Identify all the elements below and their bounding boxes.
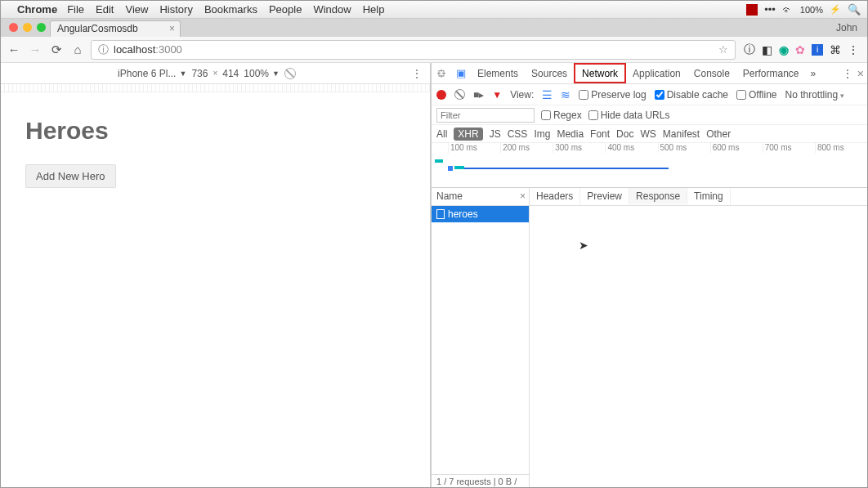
minimize-window-icon[interactable] — [23, 23, 32, 32]
spotlight-icon[interactable]: 🔍 — [848, 3, 861, 16]
reload-button[interactable]: ⟳ — [48, 43, 65, 57]
type-media[interactable]: Media — [557, 128, 584, 140]
waterfall — [432, 158, 867, 184]
mac-menu-bar: Chrome File Edit View History Bookmarks … — [1, 1, 867, 19]
device-width[interactable]: 736 — [191, 68, 208, 79]
ext-eye-icon[interactable]: ⌘ — [830, 43, 841, 56]
preserve-log-checkbox[interactable]: Preserve log — [579, 89, 646, 101]
device-height[interactable]: 414 — [222, 68, 239, 79]
ext-square-icon[interactable]: ◧ — [762, 43, 772, 56]
menu-help[interactable]: Help — [363, 3, 385, 16]
filter-input[interactable] — [436, 108, 535, 123]
type-all[interactable]: All — [436, 128, 447, 140]
type-ws[interactable]: WS — [640, 128, 655, 140]
ext-blue-icon[interactable]: i — [812, 44, 823, 56]
request-row[interactable]: heroes — [432, 206, 529, 222]
regex-checkbox[interactable]: Regex — [541, 110, 582, 121]
type-doc[interactable]: Doc — [616, 128, 633, 140]
tab-network[interactable]: Network — [574, 63, 626, 83]
menu-people[interactable]: People — [269, 3, 302, 16]
type-font[interactable]: Font — [590, 128, 610, 140]
menu-history[interactable]: History — [159, 3, 192, 16]
tick: 200 ms — [500, 143, 553, 153]
bookmark-star-icon[interactable]: ☆ — [718, 43, 728, 56]
chrome-menu-icon[interactable]: ⋮ — [848, 43, 859, 56]
url-port: :3000 — [155, 43, 182, 56]
zoom-select[interactable]: 100% — [244, 68, 280, 79]
tab-console[interactable]: Console — [687, 63, 736, 83]
device-select[interactable]: iPhone 6 Pl... — [118, 68, 186, 79]
home-button[interactable]: ⌂ — [69, 43, 86, 56]
back-button[interactable]: ← — [6, 43, 22, 56]
network-toolbar: ■▸ ▼ View: ☰ ≋ Preserve log Disable cach… — [432, 84, 867, 105]
network-status-bar: 1 / 7 requests | 0 B / 2.... — [432, 474, 529, 488]
add-hero-button[interactable]: Add New Hero — [25, 164, 116, 188]
disable-cache-checkbox[interactable]: Disable cache — [655, 89, 728, 101]
rotate-icon[interactable] — [284, 68, 296, 79]
hide-data-urls-checkbox[interactable]: Hide data URLs — [588, 110, 670, 121]
ext-green-icon[interactable]: ◉ — [779, 43, 789, 56]
network-timeline[interactable]: 100 ms 200 ms 300 ms 400 ms 500 ms 600 m… — [432, 143, 867, 188]
close-tab-icon[interactable]: × — [169, 23, 175, 34]
device-menu-icon[interactable]: ⋮ — [411, 67, 423, 80]
menu-edit[interactable]: Edit — [96, 3, 114, 16]
device-toggle-icon[interactable]: ▣ — [451, 67, 471, 79]
clear-button[interactable] — [454, 89, 465, 100]
devtools-menu-icon[interactable]: ⋮ — [843, 68, 852, 79]
menu-bookmarks[interactable]: Bookmarks — [204, 3, 257, 16]
tick: 500 ms — [658, 143, 710, 153]
tabs-more-icon[interactable]: » — [806, 68, 821, 79]
detail-tab-timing[interactable]: Timing — [687, 188, 731, 205]
inspect-icon[interactable]: ⯐ — [432, 67, 451, 79]
type-css[interactable]: CSS — [508, 128, 528, 140]
filter-icon[interactable]: ▼ — [492, 89, 502, 101]
site-info-icon[interactable]: ⓘ — [98, 43, 109, 57]
throttling-select[interactable]: No throttling — [785, 89, 844, 101]
large-view-icon[interactable]: ☰ — [542, 88, 553, 101]
screenshot-icon[interactable]: ■▸ — [473, 89, 484, 101]
tab-elements[interactable]: Elements — [471, 63, 525, 83]
tick: 600 ms — [710, 143, 763, 153]
tab-application[interactable]: Application — [626, 63, 687, 83]
battery-label: 100% — [800, 5, 823, 15]
close-window-icon[interactable] — [9, 23, 18, 32]
record-button[interactable] — [436, 90, 446, 100]
omnibox[interactable]: ⓘ localhost:3000 ☆ — [91, 40, 736, 60]
devtools-panel: ⯐ ▣ Elements Sources Network Application… — [431, 63, 867, 488]
type-other[interactable]: Other — [706, 128, 731, 140]
maximize-window-icon[interactable] — [37, 23, 46, 32]
list-header-name[interactable]: Name × — [432, 188, 529, 206]
browser-tab[interactable]: AngularCosmosdb × — [50, 20, 181, 37]
type-img[interactable]: Img — [534, 128, 550, 140]
detail-tab-headers[interactable]: Headers — [530, 188, 580, 205]
detail-tab-preview[interactable]: Preview — [580, 188, 629, 205]
ext-pink-icon[interactable]: ✿ — [795, 43, 805, 56]
overview-icon[interactable]: ≋ — [561, 88, 570, 101]
close-detail-icon[interactable]: × — [520, 190, 526, 202]
ext-info-icon[interactable]: ⓘ — [744, 43, 755, 57]
forward-button[interactable]: → — [27, 43, 43, 56]
status-dots[interactable]: ••• — [764, 3, 776, 16]
type-manifest[interactable]: Manifest — [663, 128, 700, 140]
detail-tabs: Headers Preview Response Timing — [530, 188, 867, 206]
dim-x-icon: × — [213, 69, 217, 78]
menu-window[interactable]: Window — [313, 3, 351, 16]
device-toolbar: iPhone 6 Pl... 736 × 414 100% ⋮ — [1, 63, 430, 84]
tab-sources[interactable]: Sources — [525, 63, 574, 83]
chrome-profile[interactable]: John — [836, 22, 862, 34]
devtools-close-icon[interactable]: × — [857, 67, 864, 80]
wifi-icon[interactable]: ᯤ — [782, 3, 794, 16]
menu-app[interactable]: Chrome — [17, 3, 57, 16]
status-red-icon[interactable] — [746, 4, 758, 16]
menu-file[interactable]: File — [67, 3, 84, 16]
type-js[interactable]: JS — [490, 128, 501, 140]
offline-checkbox[interactable]: Offline — [736, 89, 776, 101]
tick: 100 ms — [448, 143, 500, 153]
detail-tab-response[interactable]: Response — [629, 188, 687, 205]
tick: 700 ms — [763, 143, 815, 153]
battery-icon: ⚡ — [830, 4, 841, 15]
url-host: localhost — [114, 43, 155, 56]
menu-view[interactable]: View — [125, 3, 148, 16]
tab-performance[interactable]: Performance — [736, 63, 806, 83]
type-xhr[interactable]: XHR — [454, 128, 482, 141]
